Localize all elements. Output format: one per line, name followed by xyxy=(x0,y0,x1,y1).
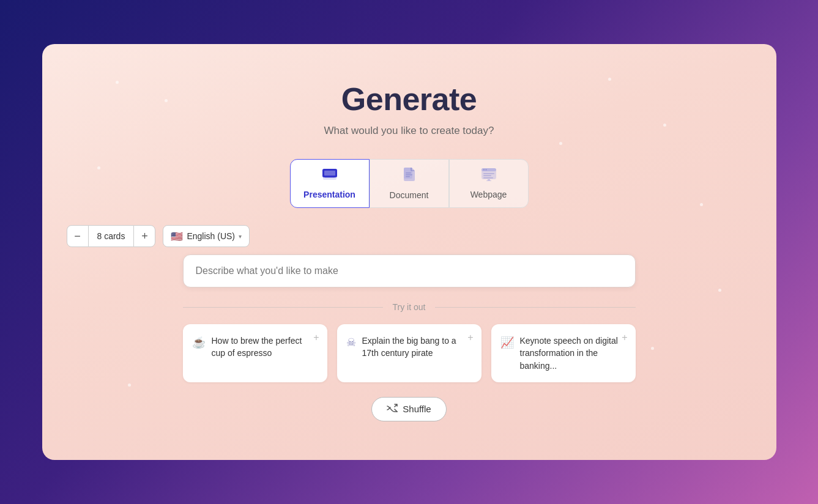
presentation-label: Presentation xyxy=(303,190,355,199)
svg-rect-13 xyxy=(483,176,491,177)
document-label: Document xyxy=(390,190,429,200)
examples-row: ☕ How to brew the perfect cup of espress… xyxy=(183,324,636,382)
svg-rect-6 xyxy=(406,174,412,176)
divider-line-left xyxy=(183,307,383,308)
dot xyxy=(559,142,562,145)
main-card: Generate What would you like to create t… xyxy=(42,44,776,460)
svg-rect-15 xyxy=(488,179,490,180)
type-selector: Presentation Document xyxy=(290,159,529,208)
presentation-icon xyxy=(322,168,338,185)
dot xyxy=(663,124,666,127)
svg-point-11 xyxy=(485,169,486,171)
divider-text: Try it out xyxy=(393,302,426,312)
svg-rect-12 xyxy=(483,173,494,174)
dot xyxy=(651,347,654,350)
language-selector[interactable]: 🇺🇸 English (US) ▾ xyxy=(163,225,250,247)
dot xyxy=(718,289,721,292)
dot xyxy=(128,384,131,387)
type-btn-presentation[interactable]: Presentation xyxy=(290,159,370,208)
example-text-2: Keynote speech on digital transformation… xyxy=(520,335,627,372)
svg-point-10 xyxy=(483,169,485,171)
webpage-icon xyxy=(481,168,497,185)
page-title: Generate xyxy=(341,81,477,117)
search-input[interactable] xyxy=(183,254,636,287)
svg-rect-14 xyxy=(483,177,493,179)
example-card-0[interactable]: ☕ How to brew the perfect cup of espress… xyxy=(183,324,327,382)
chart-icon: 📈 xyxy=(500,336,514,349)
dot xyxy=(116,81,119,84)
add-example-1-icon: + xyxy=(467,332,473,343)
shuffle-label: Shuffle xyxy=(403,404,431,414)
try-divider: Try it out xyxy=(183,302,636,312)
dot xyxy=(97,166,100,169)
dot xyxy=(165,99,168,102)
example-card-1[interactable]: ☠ Explain the big bang to a 17th century… xyxy=(337,324,482,382)
dot xyxy=(608,78,611,81)
add-example-0-icon: + xyxy=(313,332,319,343)
svg-rect-3 xyxy=(324,171,335,176)
page-subtitle: What would you like to create today? xyxy=(324,125,494,137)
example-card-2[interactable]: 📈 Keynote speech on digital transformati… xyxy=(491,324,636,382)
cards-value: 8 cards xyxy=(89,225,134,247)
language-flag: 🇺🇸 xyxy=(171,231,183,242)
type-btn-document[interactable]: Document xyxy=(370,159,449,208)
example-text-0: How to brew the perfect cup of espresso xyxy=(212,335,318,360)
webpage-label: Webpage xyxy=(470,190,507,199)
language-label: English (US) xyxy=(187,231,235,241)
svg-rect-7 xyxy=(406,176,410,177)
decrement-button[interactable]: − xyxy=(67,225,89,247)
increment-button[interactable]: + xyxy=(133,225,155,247)
coffee-icon: ☕ xyxy=(192,336,206,349)
search-container xyxy=(183,254,636,287)
chevron-down-icon: ▾ xyxy=(239,233,242,240)
pirate-icon: ☠ xyxy=(346,336,356,349)
type-btn-webpage[interactable]: Webpage xyxy=(449,159,529,208)
divider-line-right xyxy=(435,307,635,308)
dot xyxy=(700,203,703,206)
example-text-1: Explain the big bang to a 17th century p… xyxy=(362,335,472,360)
add-example-2-icon: + xyxy=(622,332,627,343)
svg-rect-16 xyxy=(486,180,491,181)
document-icon xyxy=(403,167,415,185)
shuffle-button[interactable]: Shuffle xyxy=(371,397,446,421)
controls-row: − 8 cards + 🇺🇸 English (US) ▾ xyxy=(67,225,250,247)
shuffle-icon xyxy=(387,404,398,415)
dot xyxy=(140,228,143,231)
svg-rect-5 xyxy=(406,172,411,174)
